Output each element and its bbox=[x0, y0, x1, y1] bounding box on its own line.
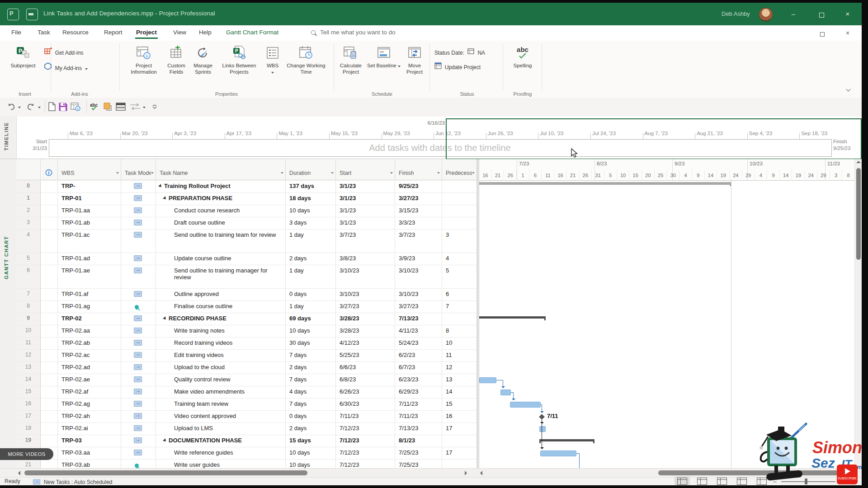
cell-wbs[interactable]: TRP- bbox=[58, 181, 121, 193]
menu-tab-task[interactable]: Task bbox=[38, 29, 50, 36]
cell-info[interactable] bbox=[41, 230, 58, 253]
cell-start[interactable]: 3/1/23 bbox=[336, 217, 395, 230]
cell-num[interactable]: 17 bbox=[16, 411, 41, 423]
cell-info[interactable] bbox=[41, 435, 58, 447]
cell-dur[interactable]: 10 days bbox=[286, 447, 336, 460]
cell-wbs[interactable]: TRP-01 bbox=[58, 193, 121, 205]
timeline-selected-panel[interactable] bbox=[446, 118, 862, 160]
redo-button[interactable] bbox=[26, 101, 35, 112]
cell-num[interactable]: 6 bbox=[16, 265, 41, 289]
filter-dropdown-icon[interactable] bbox=[472, 172, 475, 175]
cell-start[interactable]: 3/1/23 bbox=[336, 205, 395, 217]
cell-name[interactable]: RECORDING PHASE bbox=[156, 313, 286, 325]
cell-pred[interactable] bbox=[442, 435, 477, 447]
cell-name[interactable]: Record training videos bbox=[156, 338, 286, 350]
move-project-button[interactable]: Move Project bbox=[401, 42, 428, 88]
cell-name[interactable]: Quality control review bbox=[156, 374, 286, 386]
restore-button[interactable] bbox=[815, 9, 828, 19]
account-name[interactable]: Deb Ashby bbox=[722, 10, 750, 17]
cell-mode[interactable] bbox=[121, 423, 156, 435]
timeline-side-strip[interactable]: TIMELINE bbox=[0, 117, 17, 159]
cell-num[interactable]: 3 bbox=[16, 217, 41, 230]
cell-num[interactable]: 18 bbox=[16, 423, 41, 435]
cell-start[interactable]: 6/30/23 bbox=[336, 399, 395, 411]
cell-dur[interactable]: 3 days bbox=[286, 217, 336, 230]
undo-button[interactable] bbox=[7, 101, 16, 112]
cell-fin[interactable]: 3/7/23 bbox=[395, 230, 442, 253]
cell-dur[interactable]: 4 days bbox=[286, 386, 336, 399]
cell-mode[interactable] bbox=[121, 217, 156, 230]
cell-info[interactable] bbox=[41, 423, 58, 435]
filter-dropdown-icon[interactable] bbox=[151, 172, 154, 175]
cell-pred[interactable]: 11 bbox=[442, 350, 477, 362]
cell-name[interactable]: Outline approved bbox=[156, 289, 286, 301]
cell-name[interactable]: Write reference guides bbox=[156, 447, 286, 460]
cell-num[interactable]: 11 bbox=[16, 338, 41, 350]
gantt-scroll-left-arrow[interactable] bbox=[480, 471, 482, 475]
menu-tab-gantt-chart-format[interactable]: Gantt Chart Format bbox=[226, 29, 278, 36]
cell-num[interactable]: 7 bbox=[16, 289, 41, 301]
cell-mode[interactable] bbox=[121, 313, 156, 325]
cell-start[interactable]: 3/1/23 bbox=[336, 181, 395, 193]
column-header-num[interactable] bbox=[16, 159, 41, 180]
cell-start[interactable]: 7/12/23 bbox=[336, 460, 395, 468]
cell-start[interactable]: 7/11/23 bbox=[336, 411, 395, 423]
cell-start[interactable]: 3/1/23 bbox=[336, 193, 395, 205]
menu-tab-project[interactable]: Project bbox=[136, 29, 157, 36]
collapse-triangle-icon[interactable] bbox=[163, 438, 167, 443]
scroll-up-arrow[interactable] bbox=[856, 161, 861, 163]
view-team-planner-button[interactable] bbox=[714, 476, 730, 486]
cell-name[interactable]: Edit training videos bbox=[156, 350, 286, 362]
change-working-time-button[interactable]: Change Working Time bbox=[284, 42, 328, 88]
cell-wbs[interactable]: TRP-01.ac bbox=[58, 230, 121, 253]
wbs-dropdown[interactable] bbox=[271, 72, 274, 75]
cell-dur[interactable]: 30 days bbox=[286, 338, 336, 350]
cell-fin[interactable]: 6/7/23 bbox=[395, 362, 442, 374]
cell-mode[interactable] bbox=[121, 325, 156, 338]
cell-wbs[interactable]: TRP-02.ae bbox=[58, 374, 121, 386]
spelling-button[interactable]: abc Spelling bbox=[507, 42, 538, 88]
cell-name[interactable]: Training Rollout Project bbox=[156, 181, 286, 193]
cell-name[interactable]: Send outline to training team for review bbox=[156, 230, 286, 253]
cell-mode[interactable] bbox=[121, 411, 156, 423]
filter-dropdown-icon[interactable] bbox=[437, 172, 440, 175]
cell-fin[interactable]: 3/9/23 bbox=[395, 253, 442, 265]
cell-info[interactable] bbox=[41, 205, 58, 217]
cell-wbs[interactable]: TRP-01.aa bbox=[58, 205, 121, 217]
cell-info[interactable] bbox=[41, 374, 58, 386]
column-header-wbs[interactable]: WBS bbox=[58, 159, 121, 180]
menu-tab-help[interactable]: Help bbox=[199, 29, 212, 36]
cell-start[interactable]: 7/12/23 bbox=[336, 423, 395, 435]
cell-dur[interactable]: 0 days bbox=[286, 411, 336, 423]
cell-mode[interactable] bbox=[121, 230, 156, 253]
doc-close-button[interactable]: × bbox=[842, 28, 854, 38]
cell-wbs[interactable]: TRP-03.aa bbox=[58, 447, 121, 460]
cell-info[interactable] bbox=[41, 460, 58, 468]
cell-dur[interactable]: 10 days bbox=[286, 325, 336, 338]
cell-dur[interactable]: 15 days bbox=[286, 435, 336, 447]
gantt-task-bar[interactable] bbox=[540, 450, 576, 456]
new-tasks-mode[interactable]: New Tasks : Auto Scheduled bbox=[33, 478, 113, 485]
gantt-task-bar[interactable] bbox=[510, 402, 541, 408]
cell-dur[interactable]: 2 days bbox=[286, 253, 336, 265]
cell-pred[interactable] bbox=[442, 313, 477, 325]
cell-info[interactable] bbox=[41, 325, 58, 338]
cell-start[interactable]: 7/12/23 bbox=[336, 447, 395, 460]
cell-info[interactable] bbox=[41, 362, 58, 374]
cell-fin[interactable]: 6/29/23 bbox=[395, 386, 442, 399]
cell-start[interactable]: 7/12/23 bbox=[336, 435, 395, 447]
table-scroll-left-arrow[interactable] bbox=[18, 471, 20, 475]
layout-button[interactable] bbox=[116, 101, 126, 112]
cell-dur[interactable]: 2 days bbox=[286, 362, 336, 374]
qat-overflow-button[interactable] bbox=[152, 101, 157, 112]
my-addins-button[interactable]: My Add-ins bbox=[44, 62, 88, 71]
cell-mode[interactable] bbox=[121, 301, 156, 313]
cell-mode[interactable] bbox=[121, 435, 156, 447]
cell-name[interactable]: Write user guides bbox=[156, 460, 286, 468]
cell-dur[interactable]: 7 days bbox=[286, 350, 336, 362]
menu-tab-resource[interactable]: Resource bbox=[62, 29, 89, 36]
cell-pred[interactable] bbox=[442, 217, 477, 230]
cell-fin[interactable]: 7/13/23 bbox=[395, 423, 442, 435]
cell-name[interactable]: Upload to the cloud bbox=[156, 362, 286, 374]
cell-wbs[interactable]: TRP-02 bbox=[58, 313, 121, 325]
